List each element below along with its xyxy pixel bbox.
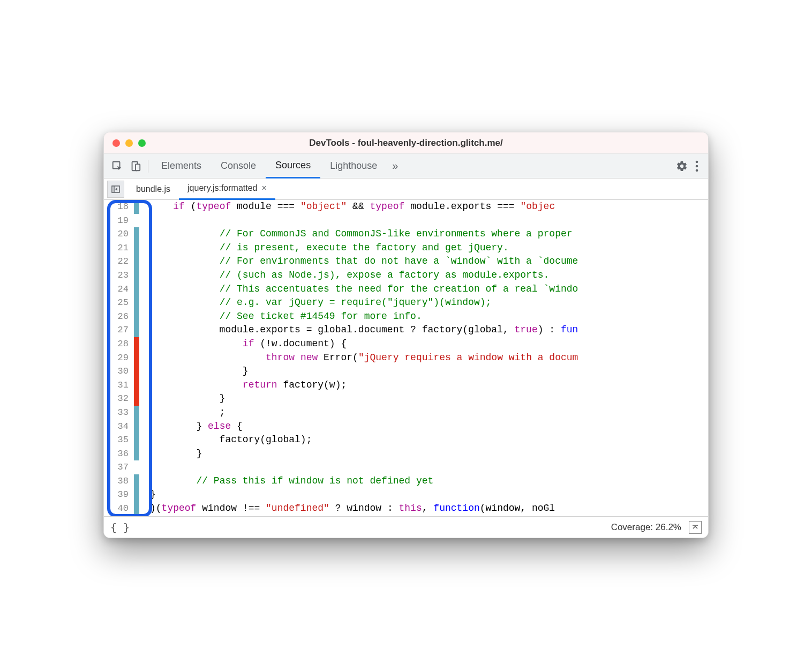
- gutter-row: 30: [109, 364, 139, 378]
- code-line[interactable]: // Pass this if window is not defined ye…: [150, 474, 708, 488]
- window-title: DevTools - foul-heavenly-direction.glitc…: [104, 138, 708, 148]
- code-line[interactable]: // For environments that do not have a `…: [150, 255, 708, 269]
- code-line[interactable]: // e.g. var jQuery = require("jquery")(w…: [150, 296, 708, 310]
- line-number: 36: [109, 447, 131, 461]
- coverage-marker: [134, 227, 139, 241]
- kebab-menu-icon[interactable]: [695, 160, 698, 172]
- devtools-window: DevTools - foul-heavenly-direction.glitc…: [103, 132, 709, 538]
- coverage-marker: [134, 447, 139, 461]
- zoom-window-button[interactable]: [138, 139, 146, 147]
- line-number: 25: [109, 296, 131, 310]
- more-tabs-icon[interactable]: »: [387, 160, 403, 172]
- tab-sources[interactable]: Sources: [266, 154, 320, 178]
- svg-point-4: [696, 165, 698, 167]
- line-number: 30: [109, 364, 131, 378]
- code-line[interactable]: [150, 460, 708, 474]
- svg-rect-2: [136, 164, 140, 170]
- line-number: 23: [109, 269, 131, 282]
- code-line[interactable]: )(typeof window !== "undefined" ? window…: [150, 502, 708, 516]
- toolbar-divider: [148, 160, 148, 173]
- coverage-marker: [134, 406, 139, 420]
- coverage-label: Coverage: 26.2%: [611, 522, 681, 533]
- coverage-marker: [134, 364, 139, 378]
- code-line[interactable]: ;: [150, 406, 708, 420]
- gutter-row: 37: [109, 460, 139, 474]
- gutter-row: 19: [109, 214, 139, 228]
- coverage-marker: [134, 310, 139, 324]
- code-content[interactable]: if (typeof module === "object" && typeof…: [142, 200, 708, 516]
- gutter-row: 21: [109, 241, 139, 255]
- minimize-window-button[interactable]: [125, 139, 133, 147]
- line-number: 28: [109, 337, 131, 351]
- line-number: 31: [109, 378, 131, 392]
- coverage-marker: [134, 488, 139, 502]
- code-line[interactable]: // is present, execute the factory and g…: [150, 241, 708, 255]
- coverage-marker: [134, 378, 139, 392]
- code-line[interactable]: }: [150, 488, 708, 502]
- coverage-marker: [134, 460, 139, 474]
- code-line[interactable]: // See ticket #14549 for more info.: [150, 310, 708, 324]
- line-number: 29: [109, 351, 131, 365]
- pretty-print-icon[interactable]: { }: [110, 521, 130, 534]
- gutter-row: 28: [109, 337, 139, 351]
- tab-lighthouse[interactable]: Lighthouse: [320, 154, 387, 178]
- code-line[interactable]: // For CommonJS and CommonJS-like enviro…: [150, 227, 708, 241]
- gutter-row: 29: [109, 351, 139, 365]
- code-line[interactable]: } else {: [150, 420, 708, 434]
- close-window-button[interactable]: [112, 139, 120, 147]
- code-line[interactable]: }: [150, 447, 708, 461]
- gutter-row: 18: [109, 200, 139, 214]
- code-line[interactable]: if (typeof module === "object" && typeof…: [150, 200, 708, 214]
- gutter-row: 38: [109, 474, 139, 488]
- gutter-row: 34: [109, 420, 139, 434]
- code-line[interactable]: return factory(w);: [150, 378, 708, 392]
- gear-icon[interactable]: [676, 160, 688, 172]
- line-number: 38: [109, 474, 131, 488]
- inspect-element-icon[interactable]: [108, 157, 126, 175]
- coverage-marker: [134, 269, 139, 282]
- file-tab-label: bundle.js: [136, 184, 170, 194]
- gutter-row: 35: [109, 433, 139, 447]
- code-line[interactable]: if (!w.document) {: [150, 337, 708, 351]
- titlebar: DevTools - foul-heavenly-direction.glitc…: [104, 132, 708, 154]
- line-number: 33: [109, 406, 131, 420]
- code-line[interactable]: factory(global);: [150, 433, 708, 447]
- code-line[interactable]: // (such as Node.js), expose a factory a…: [150, 269, 708, 282]
- code-line[interactable]: [150, 214, 708, 228]
- gutter-row: 20: [109, 227, 139, 241]
- line-number: 40: [109, 502, 131, 516]
- coverage-marker: [134, 323, 139, 337]
- code-line[interactable]: }: [150, 392, 708, 406]
- tab-console[interactable]: Console: [211, 154, 266, 178]
- line-number: 39: [109, 488, 131, 502]
- file-tab-label: jquery.js:formatted: [187, 183, 257, 193]
- coverage-marker: [134, 351, 139, 365]
- traffic-lights: [112, 139, 146, 147]
- tab-elements[interactable]: Elements: [152, 154, 211, 178]
- line-number: 26: [109, 310, 131, 324]
- statusbar: { } Coverage: 26.2%: [104, 516, 708, 538]
- code-line[interactable]: // This accentuates the need for the cre…: [150, 282, 708, 296]
- drawer-expand-icon[interactable]: [689, 521, 702, 534]
- navigator-toggle-icon[interactable]: [107, 181, 124, 198]
- close-icon[interactable]: ×: [261, 183, 266, 193]
- code-line[interactable]: module.exports = global.document ? facto…: [150, 323, 708, 337]
- gutter-row: 31: [109, 378, 139, 392]
- line-number: 34: [109, 420, 131, 434]
- coverage-marker: [134, 282, 139, 296]
- code-line[interactable]: }: [150, 364, 708, 378]
- line-number: 22: [109, 255, 131, 269]
- coverage-marker: [134, 392, 139, 406]
- svg-point-3: [696, 160, 698, 163]
- gutter-row: 23: [109, 269, 139, 282]
- file-tab-1[interactable]: jquery.js:formatted×: [179, 178, 275, 200]
- line-number: 21: [109, 241, 131, 255]
- code-editor[interactable]: 1819202122232425262728293031323334353637…: [104, 200, 708, 516]
- device-toolbar-icon[interactable]: [126, 157, 145, 175]
- coverage-marker: [134, 296, 139, 310]
- main-tabs: ElementsConsoleSourcesLighthouse: [152, 154, 387, 178]
- gutter-row: 25: [109, 296, 139, 310]
- coverage-marker: [134, 433, 139, 447]
- code-line[interactable]: throw new Error("jQuery requires a windo…: [150, 351, 708, 365]
- file-tab-0[interactable]: bundle.js: [127, 178, 179, 200]
